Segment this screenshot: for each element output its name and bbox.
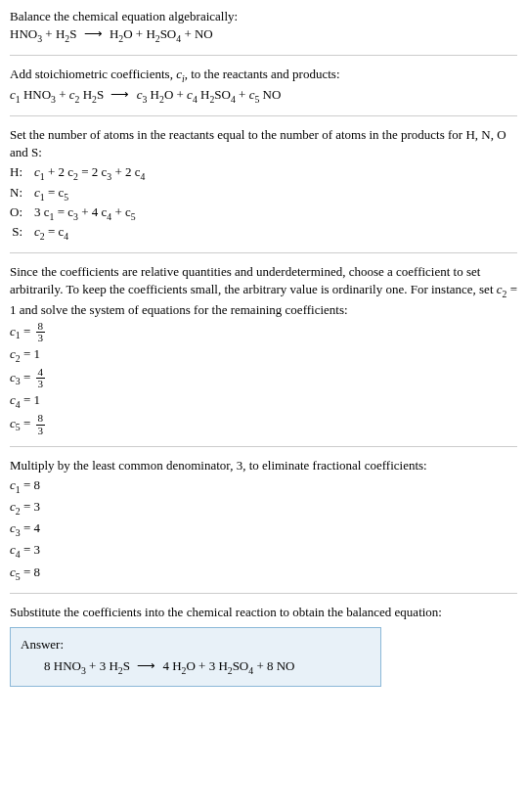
divider [10,55,517,56]
val: = 8 [21,477,40,492]
table-row: S: c2 = c4 [10,223,151,243]
h2so4-so: SO [214,87,231,102]
atom-equation: 3 c1 = c3 + 4 c4 + c5 [28,203,151,223]
eq: = [21,370,34,384]
product-o-h: O + H [123,26,155,41]
eq: = 1 [21,392,40,407]
choose-section: Since the coefficients are relative quan… [10,263,517,435]
divider [10,252,517,253]
stoich-text-1: Add stoichiometric coefficients, [10,67,176,81]
denominator: 3 [36,333,46,343]
coef-row: c4 = 1 [10,391,517,411]
atoms-section: Set the number of atoms in the reactants… [10,126,517,243]
table-row: O: 3 c1 = c3 + 4 c4 + c5 [10,203,151,223]
val: = 4 [21,520,40,535]
arrow-icon: ⟶ [76,26,110,41]
divider [10,115,517,116]
coef-row: c4 = 3 [10,541,517,561]
coef-row: c5 = 8 [10,564,517,583]
reactant-hno3: HNO [10,26,37,41]
term: 4 H [162,658,181,673]
intro-equation: HNO3 + H2S ⟶ H2O + H2SO4 + NO [10,25,517,45]
sub: 4 [140,171,145,182]
element-label: O: [10,203,28,223]
term: 3 c [34,204,50,219]
sub: 5 [131,210,136,221]
atom-equation: c1 = c5 [28,184,151,203]
no: NO [259,87,281,102]
val: = 3 [21,499,40,514]
coef-row: c3 = 4 [10,519,517,539]
fraction: 83 [36,413,46,435]
eq: = [21,323,34,338]
product-so: SO [160,26,177,41]
eq: = c [45,224,65,239]
term: 8 HNO [44,658,81,673]
h2so4-h: H [198,87,210,102]
term: O + 3 H [186,658,227,673]
denominator: 3 [36,379,46,389]
final-text: Substitute the coefficients into the che… [10,604,517,621]
numerator: 8 [36,413,46,425]
product-no: + NO [181,26,213,41]
h2o-h: H [147,87,159,102]
eq: = c [45,185,65,200]
term: SO [233,658,249,673]
hno3: HNO [21,87,51,102]
coef-row: c2 = 1 [10,345,517,365]
fraction: 43 [36,367,46,389]
element-label: N: [10,184,28,203]
val: = 8 [21,564,40,579]
eq: = 2 c [78,164,107,179]
multiply-text: Multiply by the least common denominator… [10,457,517,474]
sub: 4 [64,231,68,242]
coef-row: c2 = 3 [10,498,517,518]
atom-equation: c1 + 2 c2 = 2 c3 + 2 c4 [28,163,151,183]
atom-equation: c2 = c4 [28,223,151,243]
eq: = [21,416,34,430]
atoms-text: Set the number of atoms in the reactants… [10,126,517,161]
arrow-icon: ⟶ [104,87,137,102]
final-section: Substitute the coefficients into the che… [10,604,517,687]
choose-text: Since the coefficients are relative quan… [10,263,517,319]
arrow-icon: ⟶ [130,658,163,673]
stoich-text-2: , to the reactants and products: [185,67,340,81]
sub: 5 [64,191,68,202]
answer-box: Answer: 8 HNO3 + 3 H2S ⟶ 4 H2O + 3 H2SO4… [10,627,381,686]
plus-h: + H [42,26,65,41]
stoich-section: Add stoichiometric coefficients, ci, to … [10,66,517,105]
coef-row: c1 = 83 [10,321,517,343]
eq: = 1 [21,346,40,361]
val: = 3 [21,542,40,557]
coef-list: c1 = 83 c2 = 1 c3 = 43 c4 = 1 c5 = 83 [10,321,517,436]
choose-text-1: Since the coefficients are relative quan… [10,264,497,296]
divider [10,593,517,594]
balanced-equation: 8 HNO3 + 3 H2S ⟶ 4 H2O + 3 H2SO4 + 8 NO [21,657,371,677]
multiply-section: Multiply by the least common denominator… [10,457,517,583]
fraction: 83 [36,321,46,343]
h2s-h: H [79,87,92,102]
intro-section: Balance the chemical equation algebraica… [10,8,517,45]
term: + c [111,204,131,219]
denominator: 3 [36,426,46,436]
term: + 4 c [78,204,107,219]
coef-row: c5 = 83 [10,413,517,435]
table-row: N: c1 = c5 [10,184,151,203]
term: + 2 c [111,164,140,179]
term: S [123,658,130,673]
product-h: H [110,26,118,41]
answer-label: Answer: [21,636,371,654]
eq: = c [54,204,73,219]
element-label: S: [10,223,28,243]
plus2: + [236,87,249,102]
term: + 8 NO [253,658,294,673]
coef-list: c1 = 8 c2 = 3 c3 = 4 c4 = 3 c5 = 8 [10,476,517,583]
coef-row: c3 = 43 [10,367,517,389]
stoich-text: Add stoichiometric coefficients, ci, to … [10,66,517,85]
plus: + [56,87,69,102]
coef-row: c1 = 8 [10,476,517,496]
intro-text: Balance the chemical equation algebraica… [10,8,517,25]
term: + 2 c [45,164,73,179]
element-label: H: [10,163,28,183]
term: + 3 H [86,658,118,673]
